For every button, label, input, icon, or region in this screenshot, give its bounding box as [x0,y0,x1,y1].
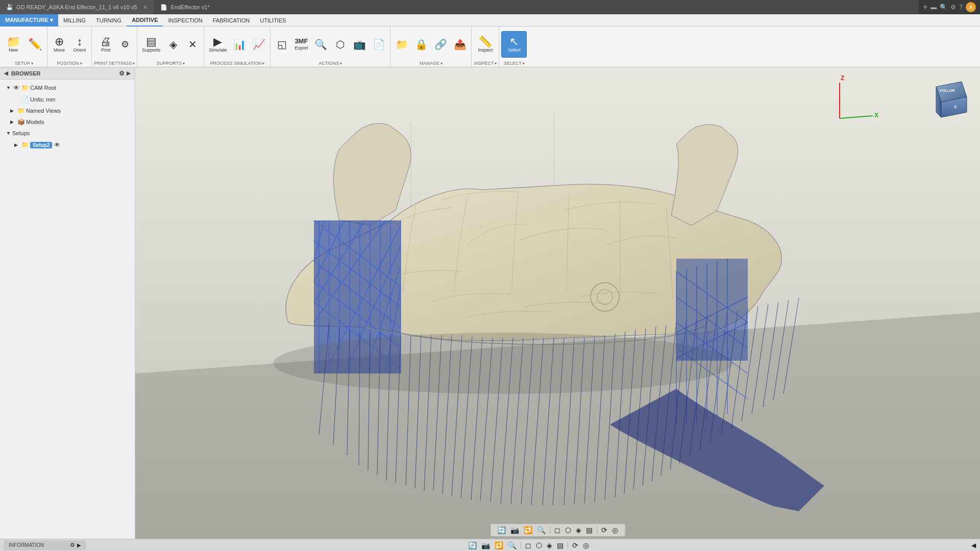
information-panel: INFORMATION ⚙ ▶ [4,541,86,550]
report-btn[interactable]: 📄 [370,31,388,58]
print-config-btn[interactable]: ⚙ [117,31,133,58]
manage-export-btn[interactable]: 📤 [451,31,469,58]
tree-item-units[interactable]: 📄 Units: mm [0,94,135,105]
tree-item-setup2[interactable]: ▶ 📁 Setup2 👁 [0,139,135,151]
tree-item-models[interactable]: ▶ 📦 Models [0,116,135,128]
browser-tree: ▼ 👁 📁 CAM Root 📄 Units: mm ▶ 📁 Named Vie… [0,80,135,539]
status-view-btn-6[interactable]: ⬡ [534,541,544,550]
right-tab-icon: 📄 [160,4,167,11]
status-view-btn-8[interactable]: ▤ [555,541,565,550]
status-bar-right-arrow[interactable]: ◀ [971,542,976,549]
select-btn[interactable]: ↖ Select [501,31,527,58]
browser-title: BROWSER [11,70,40,77]
remove-support-btn[interactable]: ✕ [183,31,202,58]
post-btn[interactable]: ◱ [273,31,291,58]
named-views-label: Named Views [26,108,61,114]
cam-root-label: CAM Root [30,85,56,91]
setup2-folder-icon: 📁 [21,141,29,148]
browser-header: ◀ BROWSER ⚙ ▶ [0,67,135,80]
tree-item-cam-root[interactable]: ▼ 👁 📁 CAM Root [0,82,135,94]
vp-solid-icon[interactable]: ◻ [553,525,562,535]
manage-link-btn[interactable]: 🔗 [431,31,450,58]
models-box-icon: 📦 [17,118,25,126]
vp-rotate-icon[interactable]: 🔄 [496,525,507,535]
help-icon[interactable]: ? [959,4,963,11]
tab-fabrication[interactable]: FABRICATION [208,14,255,27]
setup2-eye-icon: 👁 [54,141,60,148]
vp-refresh-icon[interactable]: ⟳ [600,525,609,535]
orient-btn[interactable]: ↕ Orient [70,31,89,58]
supports-btn[interactable]: ▤ Supports [139,31,163,58]
manufacture-button[interactable]: MANUFACTURE ▾ [0,14,58,27]
manage-open-btn[interactable]: 📁 [393,31,411,58]
sim-extra-btn[interactable]: 📈 [250,31,268,58]
information-label: INFORMATION [9,542,44,548]
close-left-tab[interactable]: ✕ [143,4,148,11]
tree-item-named-views[interactable]: ▶ 📁 Named Views [0,105,135,116]
avatar[interactable]: A [966,2,976,12]
models-arrow: ▶ [10,119,16,124]
info-settings-icon[interactable]: ⚙ [70,542,75,548]
status-view-btn-3[interactable]: 🔁 [493,541,505,550]
units-file-icon: 📄 [21,96,29,103]
tab-turning[interactable]: TURNING [91,14,127,27]
sim-stats-btn[interactable]: 📊 [230,31,249,58]
vp-camera-icon[interactable]: 📷 [509,525,521,535]
status-view-btn-7[interactable]: ◈ [545,541,554,550]
tab-inspection[interactable]: INSPECTION [163,14,207,27]
vp-view-icon[interactable]: ▤ [584,525,594,535]
vp-zoom-icon[interactable]: 🔍 [535,525,547,535]
units-label: Units: mm [30,96,56,103]
setup-edit-btn[interactable]: ✏️ [24,31,45,58]
status-bar: INFORMATION ⚙ ▶ 🔄 📷 🔁 🔍 ◻ ⬡ ◈ ▤ ⟳ ◎ ◀ [0,539,980,551]
3mf-btn[interactable]: 3MF Export [292,31,310,58]
status-view-btn-5[interactable]: ◻ [524,541,533,550]
inspect-btn[interactable]: 📏 Inspect [475,31,496,58]
simulate-btn[interactable]: ▶ Simulate [206,31,229,58]
tab-milling[interactable]: MILLING [58,14,91,27]
vp-wireframe-icon[interactable]: ⬡ [564,525,573,535]
status-view-btn-2[interactable]: 📷 [480,541,492,550]
viewport-toolbar: 🔄 📷 🔁 🔍 ◻ ⬡ ◈ ▤ ⟳ ◎ [490,523,625,537]
search-icon[interactable]: 🔍 [940,4,947,11]
viewport[interactable]: Z X [135,67,980,539]
print-settings-btn[interactable]: 🖨 Print [95,31,116,58]
status-view-btn-10[interactable]: ◎ [581,541,591,550]
vp-shade-icon[interactable]: ◈ [574,525,583,535]
tab-utilities[interactable]: UTILITIES [255,14,291,27]
status-view-btn-1[interactable]: 🔄 [467,541,478,550]
models-label: Models [26,119,44,125]
svg-text:X: X [954,105,957,109]
named-views-folder-icon: 📁 [17,107,25,114]
nav-cube[interactable]: FOLLOR X [926,77,972,122]
status-view-btn-4[interactable]: 🔍 [506,541,518,550]
named-views-arrow: ▶ [10,108,16,113]
browser-expand-icon[interactable]: ▶ [127,70,131,76]
custom-support-btn[interactable]: ◈ [164,31,182,58]
svg-text:X: X [874,112,878,119]
svg-text:Z: Z [841,74,844,82]
add-tab-btn[interactable]: + [923,3,927,12]
toolbar-icon: ▬ [930,4,937,11]
new-setup-btn[interactable]: 📁 New [3,31,23,58]
setups-arrow: ▼ [6,131,12,136]
right-tab-title: EndEffector v1* [170,4,209,10]
setups-label: Setups [12,130,30,136]
browser-settings-icon[interactable]: ⚙ [119,70,125,77]
mesh-btn[interactable]: ⬡ [331,31,349,58]
viewport-scene: Z X [135,67,980,539]
svg-rect-89 [676,259,748,361]
manage-lock-btn[interactable]: 🔒 [412,31,430,58]
tree-item-setups[interactable]: ▼ Setups [0,128,135,139]
browser-collapse-btn[interactable]: ◀ [4,70,8,76]
svg-text:FOLLOR: FOLLOR [940,89,955,92]
status-view-btn-9[interactable]: ⟳ [571,541,580,550]
settings-icon[interactable]: ⚙ [950,4,956,11]
vp-orbit-icon[interactable]: 🔁 [522,525,534,535]
tab-additive[interactable]: ADDITIVE [127,14,163,27]
preview-btn[interactable]: 📺 [350,31,369,58]
vp-target-icon[interactable]: ◎ [610,525,620,535]
move-btn[interactable]: ⊕ Move [50,31,69,58]
inspect-action-btn[interactable]: 🔍 [311,31,330,58]
info-expand-icon[interactable]: ▶ [77,542,81,548]
